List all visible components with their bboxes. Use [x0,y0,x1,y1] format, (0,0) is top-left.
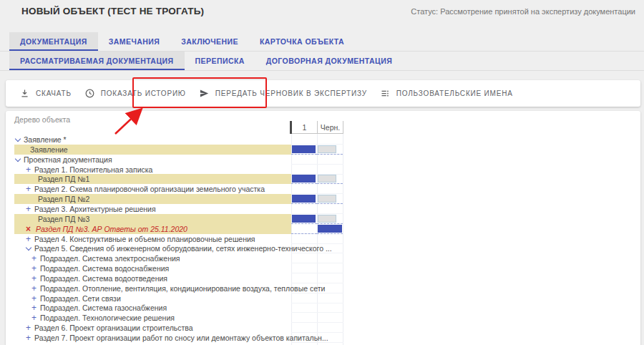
tree-row[interactable]: +Раздел 7. Проект организации работ по с… [6,333,640,343]
tree-row[interactable]: Раздел ПД №3 [6,214,640,224]
tree-row-label: Раздел 7. Проект организации работ по сн… [34,333,328,343]
tree-caption: Дерево объекта [14,115,70,124]
column-header-draft: Черн. [317,121,343,134]
toolbar: СКАЧАТЬПОКАЗАТЬ ИСТОРИЮПЕРЕДАТЬ ЧЕРНОВИК… [6,80,640,107]
tree-row-label: Раздел ПД №3. АР Ответы от 25.11.2020 [36,224,187,234]
grid-row-line [291,273,343,283]
tree-row[interactable]: +Раздел 1. Пояснительная записка [6,165,640,175]
tree-row-label: Заявление [30,145,68,155]
version-bar [292,175,316,183]
expand-plus-icon[interactable]: + [24,204,32,214]
tree-row-label: Раздел 2. Схема планировочной организаци… [34,184,265,194]
draft-cell [317,194,343,204]
tree-row[interactable]: +Подраздел. Система водоснабжения [6,263,640,273]
expand-plus-icon[interactable]: + [24,234,32,244]
tree-row-label: Подраздел. Система водоотведения [40,273,167,283]
tab-conclusion[interactable]: ЗАКЛЮЧЕНИЕ [170,32,249,51]
tree-row-label: Раздел ПД №1 [38,174,89,184]
expand-plus-icon[interactable]: + [24,165,32,175]
tree-row[interactable]: +Подраздел. Отопление, вентиляция, конди… [6,283,640,293]
collapse-chevron-icon[interactable] [24,243,32,253]
grid-row-line [291,253,343,263]
tab-contract-documentation[interactable]: ДОГОВОРНАЯ ДОКУМЕНТАЦИЯ [255,52,403,70]
grid-row-line [291,155,343,165]
expand-plus-icon[interactable]: + [30,293,38,303]
toolbar-button-label: ПОЛЬЗОВАТЕЛЬСКИЕ ИМЕНА [396,89,513,97]
tab-row-divider [0,70,644,71]
version-cell [291,214,317,224]
expand-plus-icon[interactable]: + [30,313,38,323]
grid-row-line [291,165,343,175]
expand-plus-icon[interactable]: + [30,283,38,293]
current-version-indicator [290,121,292,134]
user-names-button[interactable]: ПОЛЬЗОВАТЕЛЬСКИЕ ИМЕНА [374,80,519,107]
toolbar-button-label: СКАЧАТЬ [36,89,72,97]
version-bar [292,195,316,203]
expand-plus-icon[interactable]: + [30,263,38,273]
tree-row-label: Заявление * [24,135,67,145]
tree-row-label: Подраздел. Отопление, вентиляция, кондиц… [40,283,325,293]
expand-plus-icon[interactable]: + [30,253,38,263]
tree-row[interactable]: +Подраздел. Система электроснабжения [6,253,640,263]
draft-cell [317,214,343,224]
tree-row-label: Раздел ПД №3 [38,214,89,224]
tab-object-card[interactable]: КАРТОЧКА ОБЪЕКТА [249,32,355,51]
tree-row-label: Раздел 6. Проект организации строительст… [34,323,193,333]
send-draft-button[interactable]: ПЕРЕДАТЬ ЧЕРНОВИК В ЭКСПЕРТИЗУ [192,80,374,107]
tree-row[interactable]: +Раздел 2. Схема планировочной организац… [6,184,640,194]
download-button[interactable]: СКАЧАТЬ [13,80,78,107]
grid-row-line [291,234,343,244]
expand-plus-icon[interactable]: + [30,273,38,283]
draft-cell [317,145,343,155]
tree-row[interactable]: Заявление [6,145,640,155]
grid-row-line [291,184,343,194]
expand-plus-icon[interactable]: + [24,333,32,343]
expand-plus-icon[interactable]: + [24,323,32,333]
tree-row[interactable]: Заявление * [6,135,640,145]
grid-row-line [291,303,343,313]
tree-row[interactable]: +Раздел 6. Проект организации строительс… [6,323,640,333]
tree-row[interactable]: Раздел ПД №2 [6,194,640,204]
collapse-chevron-icon[interactable] [14,135,21,145]
tree-row[interactable]: ×Раздел ПД №3. АР Ответы от 25.11.2020 [6,224,640,234]
tree-row-label: Подраздел. Система водоснабжения [40,263,169,273]
version-cell [291,224,317,234]
tab-correspondence[interactable]: ПЕРЕПИСКА [185,52,255,70]
show-history-button[interactable]: ПОКАЗАТЬ ИСТОРИЮ [78,80,192,107]
tree-row[interactable]: Раздел ПД №1 [6,174,640,184]
version-bar [292,215,316,223]
tree-row[interactable]: +Подраздел. Сети связи [6,293,640,303]
grid-row-line [291,323,343,333]
tab-reviewed-documentation[interactable]: РАССМАТРИВАЕМАЯ ДОКУМЕНТАЦИЯ [9,52,185,70]
grid-row-line [291,313,343,323]
collapse-chevron-icon[interactable] [14,155,21,165]
tree-row[interactable]: +Раздел 4. Конструктивные и объемно план… [6,234,640,244]
draft-bar [318,175,336,183]
grid-row-line [291,135,343,145]
grid-row-line [291,293,343,303]
expand-plus-icon[interactable]: + [24,184,32,194]
page-title: НОВЫЙ ОБЪЕКТ (ТЕСТ НЕ ТРОГАТЬ) [21,6,204,16]
column-header-version-1: 1 [291,121,317,134]
send-icon [199,88,210,99]
tree-row[interactable]: Раздел 5. Сведения об инженерном оборудо… [6,243,640,253]
tree-row-label: Раздел 1. Пояснительная записка [34,165,152,175]
tree-row[interactable]: Проектная документация [6,155,640,165]
tab-documentation[interactable]: ДОКУМЕНТАЦИЯ [9,32,98,51]
draft-cell [317,224,343,234]
deleted-x-icon: × [24,224,32,234]
tree-row[interactable]: +Подраздел. Технологические решения [6,313,640,323]
tree-panel: Дерево объекта 1 Черн. Заявление *Заявле… [6,111,640,345]
tab-remarks[interactable]: ЗАМЕЧАНИЯ [98,32,171,51]
tree-row[interactable]: +Подраздел. Система водоотведения [6,273,640,283]
tree-row-label: Подраздел. Система электроснабжения [40,253,180,263]
draft-bar [318,215,336,223]
version-cell [291,145,317,155]
clock-icon [84,88,95,99]
tree-row[interactable]: +Раздел 3. Архитектурные решения [6,204,640,214]
grid-row-line [291,263,343,273]
tree-row[interactable]: +Подраздел. Система газоснабжения [6,303,640,313]
expand-plus-icon[interactable]: + [30,303,38,313]
version-cell [291,194,317,204]
draft-bar [318,225,342,233]
